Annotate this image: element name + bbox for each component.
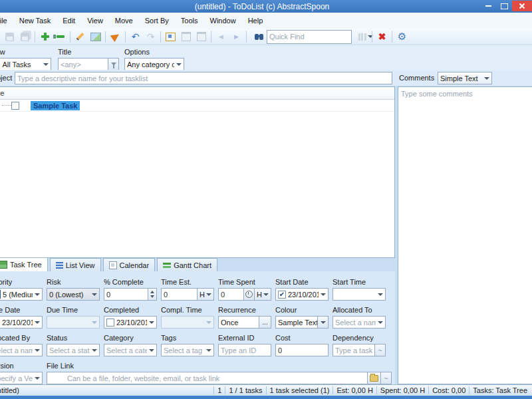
menu-new-task[interactable]: New Task (13, 15, 57, 27)
percent-complete-input[interactable] (104, 291, 148, 299)
colour-combo[interactable]: Sample Text (275, 316, 329, 329)
tab-task-tree[interactable]: Task Tree (0, 257, 48, 271)
cost-input[interactable] (276, 346, 328, 354)
cost-box (275, 344, 329, 356)
tab-gantt-chart[interactable]: Gantt Chart (157, 258, 217, 271)
status-combo[interactable]: Select a status (47, 344, 100, 356)
recurrence-box[interactable]: Once (218, 316, 259, 329)
edit-dependency-button[interactable]: ~ (375, 344, 386, 356)
percent-complete-spinner[interactable] (148, 288, 157, 301)
browse-file-button[interactable] (368, 372, 381, 384)
time-est-unit-button[interactable]: H (198, 288, 214, 301)
filter-title-options-button[interactable] (108, 58, 119, 70)
completed-date-combo[interactable]: 23/10/2013 (104, 316, 157, 329)
edit-title-button[interactable] (72, 30, 88, 44)
close-icon (519, 3, 525, 9)
task-checkbox[interactable] (11, 102, 19, 110)
menu-edit[interactable]: Edit (57, 15, 81, 27)
restore-view-button[interactable] (194, 30, 209, 44)
time-spent-unit-button[interactable]: H (255, 288, 271, 301)
task-tree-panel[interactable]: Title Sample Task (0, 86, 395, 258)
due-date-combo[interactable]: ✔ 23/10/2013 (0, 316, 43, 329)
maximize-tasklist-button[interactable] (163, 30, 178, 44)
menu-file[interactable]: File (0, 15, 13, 27)
reminder-button[interactable] (108, 30, 123, 44)
status-bar: (untitled) 1 1 / 1 tasks 1 task selected… (0, 384, 532, 396)
due-date-field: Due Date ✔ 23/10/2013 (0, 306, 43, 329)
minimize-button[interactable] (480, 1, 496, 11)
filter-title-label: Title (58, 48, 119, 56)
time-est-input[interactable] (162, 291, 197, 299)
save-all-button[interactable] (17, 30, 33, 44)
menu-sort-by[interactable]: Sort By (139, 15, 175, 27)
maximize-comments-button[interactable] (178, 30, 194, 44)
completed-checkbox[interactable] (106, 319, 114, 327)
tab-calendar[interactable]: Calendar (103, 258, 156, 271)
task-title-selected[interactable]: Sample Task (31, 101, 80, 110)
close-button[interactable] (512, 1, 532, 11)
completion-time-combo[interactable] (161, 316, 214, 329)
chevron-down-icon (92, 321, 97, 324)
file-link-input[interactable] (47, 374, 367, 382)
filter-view-combo[interactable]: All Tasks (0, 58, 51, 70)
filter-bar: View All Tasks Title Options Any categor… (0, 45, 532, 70)
comments-format-combo[interactable]: Simple Text (438, 72, 492, 84)
cost-field: Cost (275, 334, 329, 356)
window-title: (untitled) - ToDoList (c) AbstractSpoon (0, 2, 532, 11)
external-id-box (218, 344, 271, 356)
new-subtask-button[interactable] (53, 30, 68, 44)
task-tree-header[interactable]: Title (0, 87, 394, 100)
delete-task-button[interactable]: ✖ (374, 30, 390, 44)
filter-view-label: View (0, 48, 51, 56)
priority-combo[interactable]: 5 (Medium) (0, 288, 43, 301)
task-icon-button[interactable] (88, 30, 103, 44)
dependency-input[interactable] (333, 346, 374, 354)
start-date-checkbox[interactable]: ✔ (278, 291, 286, 299)
start-time-combo[interactable] (332, 288, 386, 301)
save-button[interactable] (2, 30, 17, 44)
maximize-button[interactable] (496, 1, 512, 11)
allocated-by-combo[interactable]: Select a name (0, 344, 43, 356)
tags-combo[interactable]: Select a tag (161, 344, 214, 356)
menu-tools[interactable]: Tools (175, 15, 204, 27)
chevron-down-icon (35, 293, 40, 296)
project-input[interactable] (15, 74, 392, 82)
quick-find-combo[interactable] (267, 30, 352, 44)
redo-button[interactable]: ↷ (143, 30, 158, 44)
view-link-button[interactable]: ~ (381, 372, 392, 384)
colour-combo-arrow-button[interactable] (317, 317, 328, 328)
quick-find-input[interactable] (267, 33, 366, 41)
prev-task-button[interactable]: ◄ (213, 30, 229, 44)
menu-help[interactable]: Help (242, 15, 269, 27)
filter-options-combo[interactable]: Any category c... (124, 58, 184, 70)
undo-button[interactable]: ↶ (128, 30, 143, 44)
preferences-button[interactable]: ⚙ (394, 30, 410, 44)
sort-button[interactable] (354, 30, 370, 44)
category-combo[interactable]: Select a category (104, 344, 157, 356)
allocated-to-combo[interactable]: Select a name (332, 316, 386, 329)
start-date-combo[interactable]: ✔ 23/10/2013 (275, 288, 329, 301)
tab-list-view[interactable]: List View (50, 258, 101, 271)
filter-title-input[interactable] (59, 61, 108, 68)
menu-window[interactable]: Window (204, 15, 242, 27)
time-spent-input[interactable] (219, 291, 243, 299)
chevron-down-icon (484, 77, 489, 80)
find-tasks-button[interactable] (249, 30, 264, 44)
prev-task-icon: ◄ (217, 33, 225, 41)
menu-move[interactable]: Move (109, 15, 139, 27)
external-id-input[interactable] (219, 346, 271, 354)
recurrence-options-button[interactable]: ... (259, 316, 271, 329)
new-task-button[interactable] (37, 30, 53, 44)
risk-combo[interactable]: 0 (Lowest) (47, 288, 100, 301)
chevron-down-icon (35, 349, 40, 352)
time-track-button[interactable] (244, 288, 255, 301)
task-row[interactable]: Sample Task (0, 100, 394, 112)
chevron-down-icon (149, 321, 154, 324)
comments-textarea[interactable] (398, 87, 532, 384)
menu-view[interactable]: View (81, 15, 109, 27)
time-spent-field: Time Spent H (218, 278, 271, 301)
title-bar[interactable]: (untitled) - ToDoList (c) AbstractSpoon (0, 0, 532, 13)
due-time-combo[interactable] (47, 316, 100, 329)
version-combo[interactable]: Specify a Version (0, 372, 43, 384)
next-task-button[interactable]: ► (229, 30, 244, 44)
